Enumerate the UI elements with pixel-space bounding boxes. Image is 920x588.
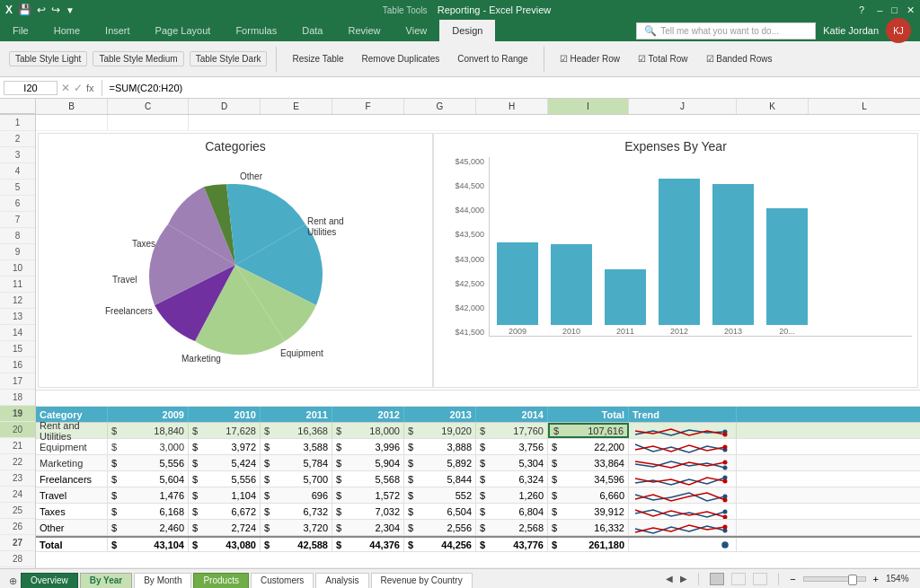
cell-i20-selected[interactable]: $107,616 xyxy=(548,423,629,438)
sheet-tab-products[interactable]: Products xyxy=(193,573,248,589)
quick-access-more[interactable]: ▼ xyxy=(66,5,75,15)
cell-b26-category[interactable]: Other xyxy=(36,520,108,535)
sheet-tab-revenue-by-country[interactable]: Revenue by Country xyxy=(371,573,473,589)
cell-c23[interactable]: $5,604 xyxy=(108,471,189,487)
search-box[interactable]: 🔍 Tell me what you want to do... xyxy=(636,22,816,39)
cell-e20[interactable]: $16,368 xyxy=(261,423,332,438)
sheet-tab-customers[interactable]: Customers xyxy=(251,573,314,589)
cell-b1[interactable] xyxy=(36,115,108,130)
cell-b25-category[interactable]: Taxes xyxy=(36,504,108,519)
cell-c26[interactable]: $2,460 xyxy=(108,520,189,535)
spreadsheet-row-26[interactable]: Other $2,460 $2,724 $3,720 $2,304 $2,556… xyxy=(36,520,920,536)
cell-e24[interactable]: $696 xyxy=(261,487,332,503)
cell-h25[interactable]: $6,804 xyxy=(476,504,548,519)
header-row-btn[interactable]: ☑ Header Row xyxy=(553,51,626,66)
cell-i23[interactable]: $34,596 xyxy=(548,471,629,487)
quick-access-save[interactable]: 💾 xyxy=(18,4,31,16)
cell-c22[interactable]: $5,556 xyxy=(108,455,189,470)
cell-reference-box[interactable] xyxy=(4,81,58,95)
page-layout-view-btn[interactable] xyxy=(731,573,746,585)
cell-d21[interactable]: $3,972 xyxy=(189,439,261,454)
cell-i27[interactable]: $261,180 xyxy=(548,538,629,551)
cell-h21[interactable]: $3,756 xyxy=(476,439,548,454)
table-style-dark[interactable]: Table Style Dark xyxy=(190,51,268,66)
close-button[interactable]: ✕ xyxy=(907,4,915,16)
cell-f20[interactable]: $18,000 xyxy=(332,423,404,438)
tab-data[interactable]: Data xyxy=(289,20,335,41)
cell-d20[interactable]: $17,628 xyxy=(189,423,261,438)
cell-g27[interactable]: $44,256 xyxy=(404,538,476,551)
cell-b20-category[interactable]: Rent and Utilities xyxy=(36,423,108,438)
cell-f25[interactable]: $7,032 xyxy=(332,504,404,519)
cell-c19[interactable]: 2009 xyxy=(108,407,189,422)
tab-home[interactable]: Home xyxy=(41,20,93,41)
cell-b27-total[interactable]: Total xyxy=(36,538,108,551)
cell-e22[interactable]: $5,784 xyxy=(261,455,332,470)
cell-h19[interactable]: 2014 xyxy=(476,407,548,422)
cell-h22[interactable]: $5,304 xyxy=(476,455,548,470)
cell-b21-category[interactable]: Equipment xyxy=(36,439,108,454)
zoom-slider[interactable] xyxy=(803,576,866,582)
cell-b22-category[interactable]: Marketing xyxy=(36,455,108,470)
remove-duplicates-btn[interactable]: Remove Duplicates xyxy=(356,51,447,66)
minimize-button[interactable]: – xyxy=(877,4,882,15)
cell-h27[interactable]: $43,776 xyxy=(476,538,548,551)
cell-b23-category[interactable]: Freelancers xyxy=(36,471,108,487)
add-sheet-button[interactable]: ⊕ xyxy=(7,574,19,589)
cell-e25[interactable]: $6,732 xyxy=(261,504,332,519)
cell-h20[interactable]: $17,760 xyxy=(476,423,548,438)
page-break-view-btn[interactable] xyxy=(753,573,767,585)
cell-f23[interactable]: $5,568 xyxy=(332,471,404,487)
spreadsheet-row-28[interactable] xyxy=(36,552,920,568)
table-style-medium[interactable]: Table Style Medium xyxy=(93,51,183,66)
cell-j19[interactable]: Trend xyxy=(629,407,737,422)
banded-rows-btn[interactable]: ☑ Banded Rows xyxy=(700,51,779,66)
cell-d26[interactable]: $2,724 xyxy=(189,520,261,535)
cell-i21[interactable]: $22,200 xyxy=(548,439,629,454)
restore-button[interactable]: □ xyxy=(891,4,898,15)
cell-c21[interactable]: $3,000 xyxy=(108,439,189,454)
col-header-i[interactable]: I xyxy=(548,99,629,114)
sheet-tab-by-year[interactable]: By Year xyxy=(80,573,133,589)
cell-i25[interactable]: $39,912 xyxy=(548,504,629,519)
col-header-k[interactable]: K xyxy=(737,99,809,114)
spreadsheet-row-20[interactable]: Rent and Utilities $18,840 $17,628 $16,3… xyxy=(36,423,920,439)
col-header-l[interactable]: L xyxy=(809,99,920,114)
cell-e23[interactable]: $5,700 xyxy=(261,471,332,487)
col-header-b[interactable]: B xyxy=(36,99,108,114)
cell-i22[interactable]: $33,864 xyxy=(548,455,629,470)
sheet-tab-analysis[interactable]: Analysis xyxy=(315,573,368,589)
tab-file[interactable]: File xyxy=(0,20,41,41)
cell-e27[interactable]: $42,588 xyxy=(261,538,332,551)
cell-c25[interactable]: $6,168 xyxy=(108,504,189,519)
cell-e21[interactable]: $3,588 xyxy=(261,439,332,454)
cell-i24[interactable]: $6,660 xyxy=(548,487,629,503)
cell-d19[interactable]: 2010 xyxy=(189,407,261,422)
cell-d22[interactable]: $5,424 xyxy=(189,455,261,470)
cell-f26[interactable]: $2,304 xyxy=(332,520,404,535)
spreadsheet-row-24[interactable]: Travel $1,476 $1,104 $696 $1,572 $552 $1… xyxy=(36,487,920,504)
scroll-tabs-left[interactable]: ◀ xyxy=(666,574,673,584)
spreadsheet-row-22[interactable]: Marketing $5,556 $5,424 $5,784 $5,904 $5… xyxy=(36,455,920,471)
scroll-tabs-right[interactable]: ▶ xyxy=(680,574,687,584)
cell-h26[interactable]: $2,568 xyxy=(476,520,548,535)
zoom-out-icon[interactable]: − xyxy=(790,574,795,584)
cell-g26[interactable]: $2,556 xyxy=(404,520,476,535)
cell-f27[interactable]: $44,376 xyxy=(332,538,404,551)
formula-enter[interactable]: ✓ xyxy=(74,82,83,94)
tab-review[interactable]: Review xyxy=(335,20,393,41)
cell-h23[interactable]: $6,324 xyxy=(476,471,548,487)
col-header-d[interactable]: D xyxy=(189,99,261,114)
cell-g24[interactable]: $552 xyxy=(404,487,476,503)
spreadsheet-row-27[interactable]: Total $43,104 $43,080 $42,588 $44,376 $4… xyxy=(36,536,920,552)
cell-i26[interactable]: $16,332 xyxy=(548,520,629,535)
cell-g20[interactable]: $19,020 xyxy=(404,423,476,438)
col-header-f[interactable]: F xyxy=(332,99,404,114)
cell-c24[interactable]: $1,476 xyxy=(108,487,189,503)
cell-d23[interactable]: $5,556 xyxy=(189,471,261,487)
col-header-j[interactable]: J xyxy=(629,99,737,114)
cell-i19[interactable]: Total xyxy=(548,407,629,422)
col-header-e[interactable]: E xyxy=(261,99,332,114)
cell-g21[interactable]: $3,888 xyxy=(404,439,476,454)
cell-b24-category[interactable]: Travel xyxy=(36,487,108,503)
